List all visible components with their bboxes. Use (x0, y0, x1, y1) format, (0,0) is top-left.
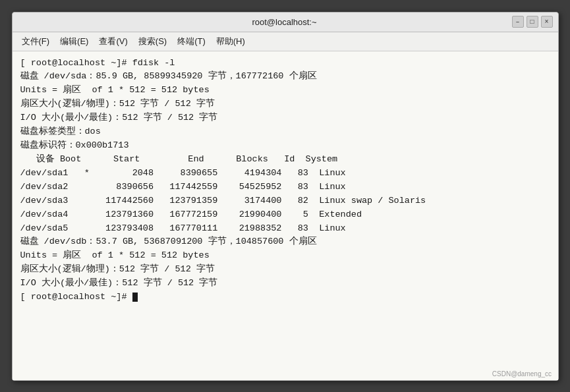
terminal-line: 扇区大小(逻辑/物理)：512 字节 / 512 字节 (20, 98, 550, 111)
close-button[interactable]: × (541, 16, 553, 28)
menu-help[interactable]: 帮助(H) (212, 34, 249, 49)
terminal-line: /dev/sda2 8390656 117442559 54525952 83 … (20, 181, 550, 194)
terminal-line: Units = 扇区 of 1 * 512 = 512 bytes (20, 249, 550, 263)
window-title: root@localhost:~ (57, 17, 512, 27)
terminal-line: 磁盘标签类型：dos (20, 125, 550, 139)
watermark: CSDN@dameng_cc (492, 370, 552, 378)
terminal-line: 磁盘标识符：0x000b1713 (20, 139, 550, 153)
menu-file[interactable]: 文件(F) (18, 34, 54, 49)
terminal-line: I/O 大小(最小/最佳)：512 字节 / 512 字节 (20, 111, 550, 125)
terminal-line: 扇区大小(逻辑/物理)：512 字节 / 512 字节 (20, 263, 550, 277)
menu-terminal[interactable]: 终端(T) (173, 34, 210, 49)
menu-view[interactable]: 查看(V) (95, 34, 131, 49)
menu-search[interactable]: 搜索(S) (134, 34, 171, 49)
window-controls: – □ × (512, 16, 553, 28)
terminal-line: 磁盘 /dev/sda：85.9 GB, 85899345920 字节，1677… (20, 70, 550, 84)
terminal-line: 设备 Boot Start End Blocks Id System (20, 153, 550, 167)
terminal-line: I/O 大小(最小/最佳)：512 字节 / 512 字节 (20, 277, 550, 291)
terminal-line: Units = 扇区 of 1 * 512 = 512 bytes (20, 84, 550, 98)
titlebar: root@localhost:~ – □ × (13, 13, 558, 32)
menubar: 文件(F) 编辑(E) 查看(V) 搜索(S) 终端(T) 帮助(H) (13, 32, 558, 51)
terminal-window: root@localhost:~ – □ × 文件(F) 编辑(E) 查看(V)… (12, 12, 559, 381)
minimize-button[interactable]: – (512, 16, 524, 28)
terminal-line: /dev/sda4 123791360 167772159 21990400 5… (20, 208, 550, 222)
terminal-line: 磁盘 /dev/sdb：53.7 GB, 53687091200 字节，1048… (20, 235, 550, 249)
maximize-button[interactable]: □ (527, 16, 538, 28)
terminal-line: /dev/sda1 * 2048 8390655 4194304 83 Linu… (20, 167, 550, 181)
terminal-cursor (132, 293, 138, 302)
terminal-line: [ root@localhost ~]# (20, 291, 550, 304)
menu-edit[interactable]: 编辑(E) (56, 34, 92, 49)
terminal-line: /dev/sda5 123793408 167770111 21988352 8… (20, 222, 550, 236)
terminal-line: /dev/sda3 117442560 123791359 3174400 82… (20, 194, 550, 208)
terminal-line: [ root@localhost ~]# fdisk -l (20, 57, 550, 70)
terminal-output[interactable]: [ root@localhost ~]# fdisk -l磁盘 /dev/sda… (13, 51, 558, 380)
